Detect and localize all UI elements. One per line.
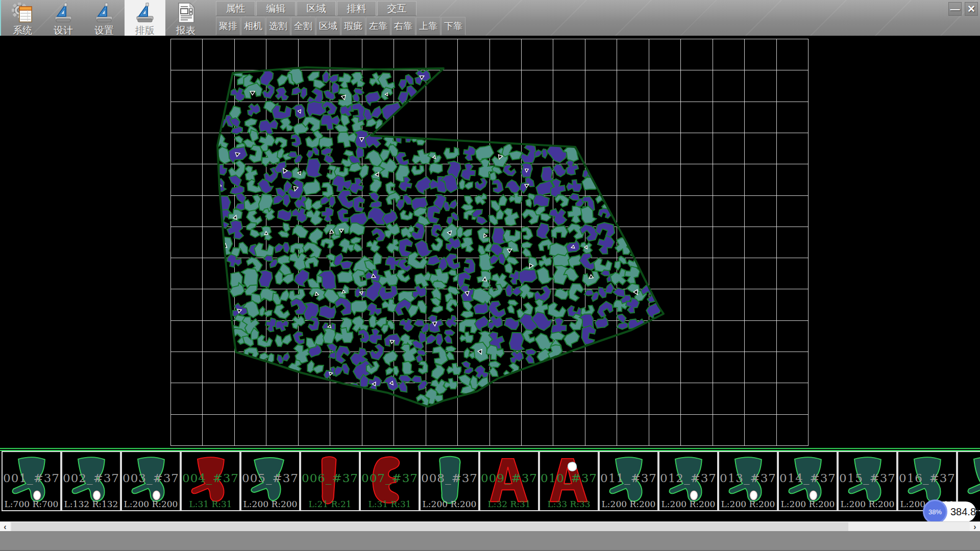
main-button-5[interactable]: 报表 [165,0,206,36]
system-gear-icon [11,2,34,23]
close-button[interactable]: ✕ [965,2,978,16]
strip-top-border [0,448,980,449]
piece-shape [66,453,115,509]
main-button-4[interactable]: 排版 [125,0,165,36]
menu-tab-1[interactable]: 属性 [216,1,255,16]
piece-shape [664,453,713,509]
menu-tab-5[interactable]: 交互 [377,1,416,16]
piece-shape [962,453,980,509]
piece-shape [186,453,235,509]
action-button-7[interactable]: 左靠 [366,17,390,35]
horizontal-scrollbar[interactable]: ‹ › [0,521,980,531]
progress-circle: 38% [923,499,947,524]
thumbnail-cells: 001_#37 L:700 R:700 002_#37 L:132 R:132 … [2,451,980,511]
action-button-4[interactable]: 全割 [291,17,315,35]
piece-shape [843,453,892,509]
piece-shape [365,453,414,509]
thumbnail-cell-8[interactable]: 008_#37 L:200 R:200 [420,451,479,511]
scrollbar-thumb[interactable] [11,522,848,531]
action-button-6[interactable]: 瑕疵 [341,17,365,35]
memory-label: 384.8M [950,502,980,522]
main-button-3[interactable]: 设置 [84,0,125,36]
thumbnail-cell-5[interactable]: 005_#37 L:200 R:200 [240,451,300,511]
menu-tab-4[interactable]: 排料 [337,1,376,16]
action-button-5[interactable]: 区域 [316,17,340,35]
piece-shape [7,453,56,509]
nesting-app-window: 系统 设计 设置 排版 [0,0,980,551]
action-button-row: 聚排相机选割全割区域瑕疵左靠右靠上靠下靠 [216,17,465,35]
action-button-9[interactable]: 上靠 [416,17,440,35]
report-icon [175,2,197,23]
window-bottom-edge [0,531,980,551]
set-square-icon [134,2,156,23]
action-button-2[interactable]: 相机 [241,17,265,35]
main-button-group: 系统 设计 设置 排版 [2,0,206,36]
piece-shape [425,453,474,509]
thumbnail-cell-11[interactable]: 011_#37 L:200 R:200 [599,451,658,511]
set-square-icon [52,2,75,23]
scroll-left-arrow-icon[interactable]: ‹ [0,522,10,532]
window-controls: — ✕ [948,2,978,16]
action-button-10[interactable]: 下靠 [441,17,465,35]
piece-shape [783,453,832,509]
memory-status-badge: 38% 384.8M [925,502,976,522]
thumbnail-cell-7[interactable]: 007_#37 L:31 R:31 [360,451,420,511]
thumbnail-cell-12[interactable]: 012_#37 L:200 R:200 [658,451,718,511]
thumbnail-cell-4[interactable]: 004_#37 L:31 R:31 [181,451,240,511]
thumbnail-cell-10[interactable]: 010_#37 L:33 R:33 [539,451,599,511]
piece-shape [902,453,951,509]
menu-tab-2[interactable]: 编辑 [256,1,296,16]
main-toolbar: 系统 设计 设置 排版 [0,0,980,36]
system-gear-icon [11,2,34,23]
set-square-icon [52,2,75,23]
thumbnail-cell-9[interactable]: 009_#37 L:32 R:31 [479,451,539,511]
action-button-3[interactable]: 选割 [266,17,290,35]
set-square-icon [93,2,115,23]
menu-tab-row: 属性编辑区域排料交互 [216,1,416,16]
piece-shape [723,453,772,509]
piece-thumbnail-strip: 001_#37 L:700 R:700 002_#37 L:132 R:132 … [0,448,980,512]
thumbnail-cell-1[interactable]: 001_#37 L:700 R:700 [2,451,61,511]
piece-shape [604,453,653,509]
piece-shape [246,453,295,509]
thumbnail-cell-14[interactable]: 014_#37 L:200 R:200 [778,451,838,511]
action-button-1[interactable]: 聚排 [216,17,240,35]
action-button-8[interactable]: 右靠 [391,17,415,35]
thumbnail-cell-3[interactable]: 003_#37 L:200 R:200 [121,451,181,511]
nesting-workspace-canvas[interactable] [0,36,980,448]
piece-shape [126,453,175,509]
thumbnail-cell-2[interactable]: 002_#37 L:132 R:132 [61,451,121,511]
scroll-right-arrow-icon[interactable]: › [970,522,980,532]
set-square-icon [93,2,115,23]
main-button-2[interactable]: 设计 [43,0,84,36]
piece-shape [544,453,593,509]
minimize-button[interactable]: — [948,2,962,16]
piece-shape [305,453,354,509]
report-icon [175,2,197,23]
set-square-icon [134,2,156,23]
piece-shape [484,453,533,509]
main-button-1[interactable]: 系统 [2,0,43,36]
thumbnail-cell-6[interactable]: 006_#37 L:21 R:21 [300,451,360,511]
thumbnail-cell-13[interactable]: 013_#37 L:200 R:200 [718,451,778,511]
thumbnail-cell-15[interactable]: 015_#37 L:200 R:200 [838,451,897,511]
menu-tab-3[interactable]: 区域 [297,1,336,16]
